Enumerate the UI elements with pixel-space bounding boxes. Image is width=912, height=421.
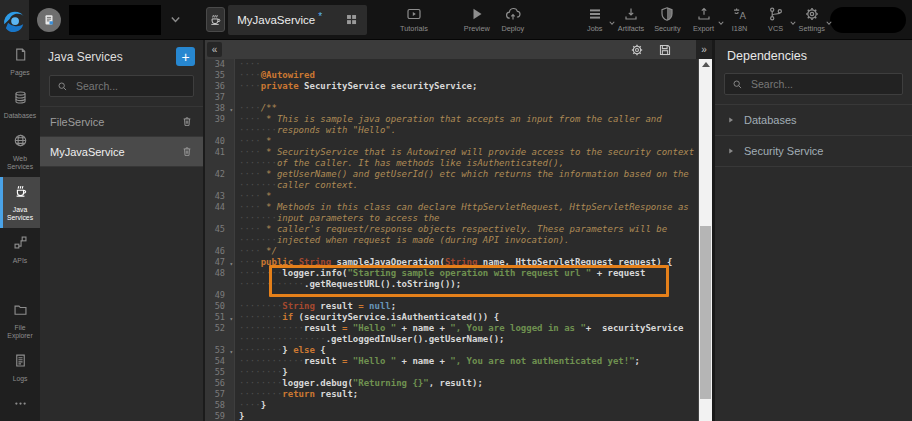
delete-icon[interactable]: [181, 115, 193, 128]
dependency-group[interactable]: Security Service: [715, 135, 912, 167]
code-row: 55········}: [205, 367, 698, 378]
toolbar-item-deploy[interactable]: Deploy: [495, 6, 531, 33]
toolbar-item-security[interactable]: Security: [649, 6, 685, 33]
code-row: 42···· * getUserName() and getUserId() e…: [205, 169, 698, 180]
play-icon: [469, 6, 485, 22]
folder-icon: [13, 302, 28, 321]
toolbar-item-artifacts[interactable]: Artifacts: [613, 6, 649, 33]
delete-icon[interactable]: [181, 145, 193, 158]
dependencies-title: Dependencies: [715, 40, 912, 70]
code-line: ·······of the caller. It has methods lik…: [235, 158, 564, 169]
rail-item-web-services[interactable]: WebServices: [0, 126, 40, 177]
export-tray-icon: [696, 6, 712, 22]
add-service-button[interactable]: +: [176, 47, 195, 66]
toolbar-item-preview[interactable]: Preview: [459, 6, 495, 33]
scrollbar-thumb[interactable]: [700, 226, 711, 400]
rail-item-more[interactable]: [0, 389, 40, 421]
code-row: 40···· *: [205, 136, 698, 147]
code-row: 57········return result;: [205, 389, 698, 400]
toolbar-item-settings[interactable]: Settings: [794, 6, 830, 33]
chevron-down-icon[interactable]: [169, 13, 182, 26]
toolbar-item-export[interactable]: Export: [686, 6, 722, 33]
line-number: 45: [205, 224, 235, 235]
toolbar-item-i18n[interactable]: AI18N: [722, 6, 758, 33]
rail-item-apis[interactable]: APIs: [0, 228, 40, 271]
file-tab-myjavaservice[interactable]: MyJavaService *: [228, 5, 367, 35]
save-button[interactable]: [658, 43, 672, 57]
line-number: 47▾: [205, 257, 235, 268]
rail-item-logs[interactable]: Logs: [0, 346, 40, 389]
code-line: ········}: [235, 367, 288, 378]
code-row: 47▾····public String sampleJavaOperation…: [205, 257, 698, 268]
collapse-panel-button[interactable]: «: [207, 42, 222, 57]
service-item[interactable]: FileService: [40, 106, 203, 136]
code-line: ···· *: [235, 191, 272, 202]
line-number: [205, 279, 235, 290]
dependency-group[interactable]: Databases: [715, 104, 912, 135]
dots-icon: [13, 396, 28, 415]
code-editor[interactable]: 34····35····@Autowired36····private Secu…: [205, 59, 698, 421]
code-row: 37: [205, 92, 698, 103]
rail-item-file-explorer[interactable]: FileExplorer: [0, 295, 40, 346]
toolbar-item-jobs[interactable]: Jobs: [577, 6, 613, 33]
line-number: 44: [205, 202, 235, 213]
line-number: 46: [205, 246, 235, 257]
grid-icon[interactable]: [345, 13, 358, 26]
rail-item-databases[interactable]: Databases: [0, 83, 40, 126]
editor-settings-button[interactable]: [630, 43, 644, 57]
toolbar-item-vcs[interactable]: VCS: [758, 6, 794, 33]
line-number: 53▾: [205, 345, 235, 356]
code-line: ············.getRequestURL().toString())…: [235, 279, 461, 290]
code-line: ···· * Methods in this class can declare…: [235, 202, 689, 213]
code-row: 41···· * SecurityService that is Autowir…: [205, 147, 698, 158]
file-tab-label: MyJavaService: [237, 14, 315, 26]
java-service-tab-icon[interactable]: [206, 7, 226, 32]
scroll-up-arrow-icon[interactable]: [702, 62, 710, 67]
project-selector[interactable]: [37, 5, 182, 35]
line-number: 57: [205, 389, 235, 400]
code-editor-region: « » 34····35····@Autowired36····private …: [205, 40, 712, 421]
code-row: 35····@Autowired: [205, 70, 698, 81]
code-row: 45···· * caller's request/response objec…: [205, 224, 698, 235]
service-search: [49, 75, 194, 97]
code-line: ····public String sampleJavaOperation(St…: [235, 257, 673, 268]
code-row: 48········logger.info("Starting sample o…: [205, 268, 698, 279]
code-row: 50········String result = null;: [205, 301, 698, 312]
line-number: [205, 158, 235, 169]
toolbar-item-label: Preview: [464, 24, 490, 33]
service-item[interactable]: MyJavaService: [40, 136, 203, 167]
code-row: 49: [205, 290, 698, 301]
rail-item-label: JavaServices: [7, 206, 33, 222]
editor-vertical-scrollbar[interactable]: [698, 59, 712, 421]
translate-icon: A: [732, 6, 748, 22]
toolbar-item-label: Security: [654, 24, 680, 33]
code-line: ···· * SecurityService that is Autowired…: [235, 147, 694, 158]
rail-item-pages[interactable]: Pages: [0, 40, 40, 83]
line-number: 50: [205, 301, 235, 312]
code-row: ············.getRequestURL().toString())…: [205, 279, 698, 290]
service-search-input[interactable]: [74, 79, 186, 93]
code-row: ·······responds with "Hello".: [205, 125, 698, 136]
dependencies-list: DatabasesSecurity Service: [715, 104, 912, 167]
dependencies-search-input[interactable]: [749, 77, 895, 91]
rail-item-label: Databases: [4, 112, 37, 120]
toolbar-items: TutorialsPreviewDeployJobsArtifactsSecur…: [395, 6, 830, 33]
code-row: 58····}: [205, 400, 698, 411]
java-services-panel: Java Services + FileServiceMyJavaService: [40, 40, 205, 421]
rail-item-java-services[interactable]: JavaServices: [0, 177, 40, 228]
expand-dependencies-button[interactable]: »: [696, 40, 712, 59]
code-line: ····}: [235, 400, 266, 411]
toolbar-item-label: VCS: [768, 24, 783, 33]
code-line: ········} else {: [235, 345, 326, 356]
toolbar-item-tutorials[interactable]: Tutorials: [395, 6, 433, 33]
project-badge-icon: [37, 8, 61, 32]
line-number: 43: [205, 191, 235, 202]
code-row: 46···· */: [205, 246, 698, 257]
expand-arrow-icon: [727, 147, 735, 155]
code-row: 56········logger.debug("Returning {}", r…: [205, 378, 698, 389]
api-icon: [13, 235, 28, 254]
rail-spacer: [0, 271, 40, 295]
app-logo[interactable]: [0, 0, 29, 40]
code-line: [235, 92, 239, 103]
code-row: ·······caller context.: [205, 180, 698, 191]
